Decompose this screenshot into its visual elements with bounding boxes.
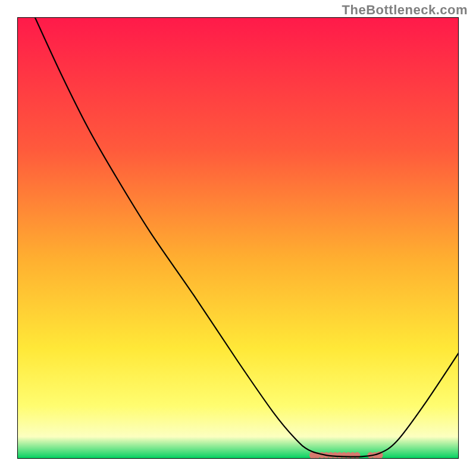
gradient-background (17, 17, 459, 459)
chart-svg (17, 17, 459, 459)
attribution-text: TheBottleneck.com (342, 2, 468, 18)
chart-plot-area (17, 17, 459, 459)
